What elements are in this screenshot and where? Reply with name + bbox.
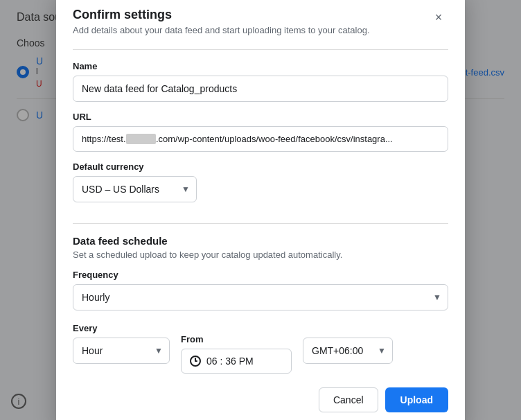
modal-footer: Cancel Upload <box>73 387 448 412</box>
frequency-select[interactable]: Hourly Daily Weekly <box>73 284 448 310</box>
modal-subtitle: Add details about your data feed and sta… <box>73 25 370 35</box>
from-field-group: From 06 : 36 PM <box>181 334 292 374</box>
cancel-button[interactable]: Cancel <box>319 387 378 412</box>
currency-select-wrapper: USD – US Dollars EUR – Euro GBP – Britis… <box>73 176 197 202</box>
header-divider <box>73 49 448 50</box>
confirm-settings-modal: Confirm settings Add details about your … <box>56 0 465 420</box>
every-select[interactable]: Hour 2 Hours 3 Hours 6 Hours 12 Hours <box>73 338 170 364</box>
modal-overlay: Confirm settings Add details about your … <box>0 0 521 420</box>
every-select-wrapper: Hour 2 Hours 3 Hours 6 Hours 12 Hours ▼ <box>73 338 170 364</box>
name-label: Name <box>73 61 448 71</box>
currency-label: Default currency <box>73 161 448 172</box>
schedule-desc: Set a scheduled upload to keep your cata… <box>73 250 448 260</box>
url-input[interactable]: https://test. .com/wp-content/uploads/wo… <box>73 126 448 152</box>
currency-select[interactable]: USD – US Dollars EUR – Euro GBP – Britis… <box>73 176 197 202</box>
every-field-group: Every Hour 2 Hours 3 Hours 6 Hours 12 Ho… <box>73 323 170 374</box>
schedule-section: Data feed schedule Set a scheduled uploa… <box>73 235 448 374</box>
modal-header: Confirm settings Add details about your … <box>73 8 448 35</box>
frequency-label: Frequency <box>73 270 448 280</box>
every-from-row: Every Hour 2 Hours 3 Hours 6 Hours 12 Ho… <box>73 323 448 374</box>
close-button[interactable]: × <box>429 8 448 27</box>
timezone-field-group: tz GMT+06:00 GMT+00:00 GMT+05:30 ▼ <box>303 323 393 374</box>
url-label: URL <box>73 112 448 122</box>
upload-button[interactable]: Upload <box>385 387 448 412</box>
frequency-select-wrapper: Hourly Daily Weekly ▼ <box>73 284 448 310</box>
schedule-title: Data feed schedule <box>73 235 448 247</box>
section-divider <box>73 223 448 224</box>
time-value: 06 : 36 PM <box>206 356 254 367</box>
from-label: From <box>181 334 292 344</box>
time-input[interactable]: 06 : 36 PM <box>181 349 292 374</box>
name-input[interactable] <box>73 76 448 102</box>
blurred-domain <box>126 134 156 144</box>
every-label: Every <box>73 323 170 333</box>
modal-title: Confirm settings <box>73 8 370 22</box>
modal-header-text: Confirm settings Add details about your … <box>73 8 370 35</box>
close-icon: × <box>435 11 443 24</box>
clock-icon <box>190 356 201 367</box>
timezone-select[interactable]: GMT+06:00 GMT+00:00 GMT+05:30 <box>303 338 393 364</box>
timezone-select-wrapper: GMT+06:00 GMT+00:00 GMT+05:30 ▼ <box>303 338 393 364</box>
